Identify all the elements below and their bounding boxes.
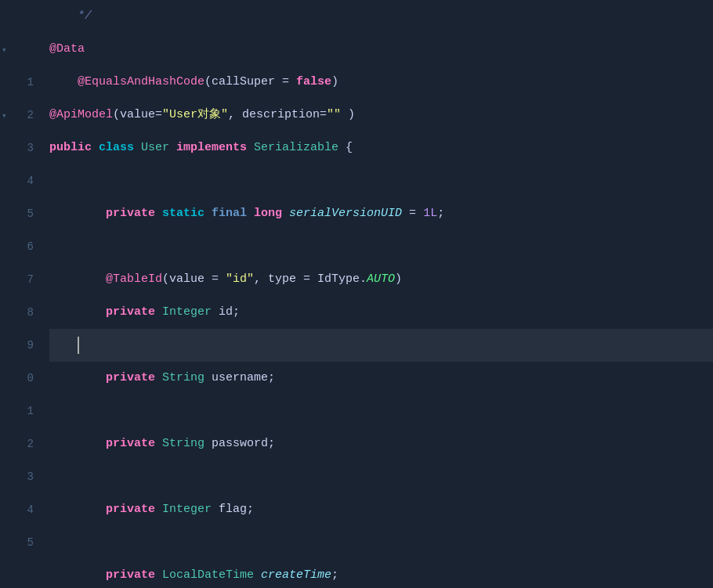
code-editor: ▾1▾23456789012345 */@Data @EqualsAndHash…	[0, 0, 713, 588]
line-number: 2	[0, 427, 34, 460]
code-line: private Integer id;	[49, 296, 713, 329]
line-number: 6	[0, 230, 34, 263]
code-line	[49, 329, 713, 362]
line-number: 1	[0, 66, 34, 99]
code-line: @ApiModel(value="User对象", description=""…	[49, 99, 713, 132]
line-numbers: ▾1▾23456789012345	[0, 0, 43, 588]
code-line: private LocalDateTime createTime;	[49, 559, 713, 588]
code-line	[49, 460, 713, 493]
code-line: private Integer flag;	[49, 493, 713, 526]
code-line: @Data	[49, 33, 713, 66]
line-number: 4	[0, 164, 34, 197]
line-number: 5	[0, 197, 34, 230]
line-number: 8	[0, 296, 34, 329]
line-number	[0, 559, 34, 588]
line-number: 0	[0, 362, 34, 395]
line-number: 1	[0, 395, 34, 427]
code-line: @TableId(value = "id", type = IdType.AUT…	[49, 263, 713, 296]
line-number: 3	[0, 460, 34, 493]
code-line	[49, 230, 713, 263]
line-number: 5	[0, 526, 34, 559]
code-line: private static final long serialVersionU…	[49, 197, 713, 230]
line-number: 7	[0, 263, 34, 296]
code-line	[49, 395, 713, 427]
line-number: 4	[0, 493, 34, 526]
code-line: @EqualsAndHashCode(callSuper = false)	[49, 66, 713, 99]
code-line: private String username;	[49, 362, 713, 395]
line-number: 3	[0, 132, 34, 164]
code-line: private String password;	[49, 427, 713, 460]
code-line	[49, 526, 713, 559]
fold-icon[interactable]: ▾	[2, 45, 7, 55]
code-line	[49, 164, 713, 197]
fold-icon[interactable]: ▾	[2, 110, 7, 121]
code-line: public class User implements Serializabl…	[49, 132, 713, 164]
line-number: ▾	[0, 33, 34, 66]
line-number: 9	[0, 329, 34, 362]
line-number	[0, 0, 34, 33]
line-number: ▾2	[0, 99, 34, 132]
code-content[interactable]: */@Data @EqualsAndHashCode(callSuper = f…	[43, 0, 713, 588]
code-line: */	[49, 0, 713, 33]
